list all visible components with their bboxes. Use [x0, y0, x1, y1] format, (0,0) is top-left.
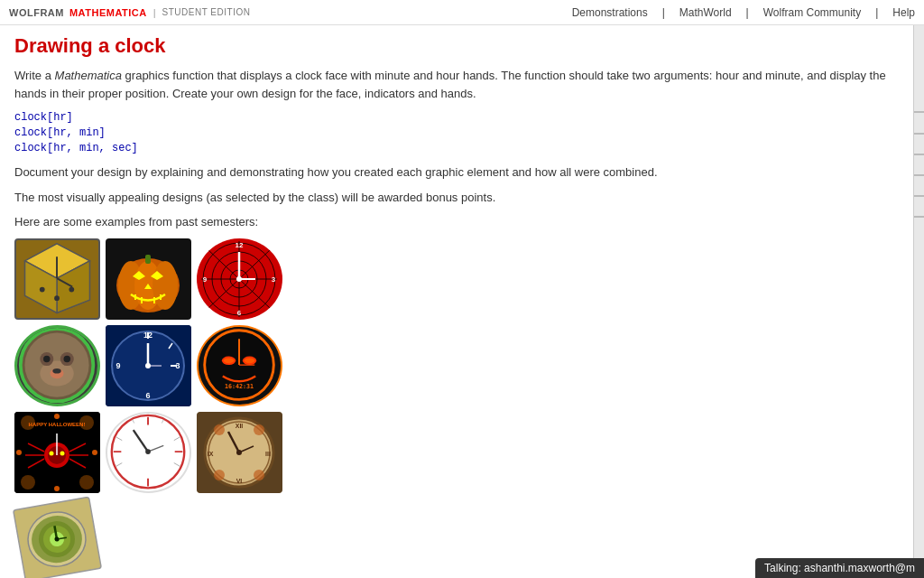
clock-blue: 12 3 6 9 — [106, 325, 191, 406]
svg-point-36 — [236, 276, 242, 282]
clock-demon: 16:42:31 — [197, 325, 282, 406]
brand-separator: | — [153, 7, 156, 18]
svg-point-112 — [214, 470, 225, 480]
svg-text:6: 6 — [237, 309, 242, 317]
svg-point-83 — [60, 451, 65, 455]
bonus-text: The most visually appealing designs (as … — [14, 189, 899, 207]
intro-text-after: graphics function that displays a clock … — [14, 69, 886, 100]
svg-point-116 — [236, 450, 242, 455]
main-container: Drawing a clock Write a Mathematica grap… — [0, 25, 924, 578]
svg-point-7 — [54, 296, 60, 302]
svg-point-45 — [52, 368, 60, 374]
svg-text:IX: IX — [208, 451, 214, 457]
svg-point-6 — [40, 287, 45, 293]
scrollbar-rail[interactable] — [913, 25, 924, 578]
clock-dog-svg — [17, 327, 97, 403]
scroll-mark-4 — [914, 174, 924, 176]
examples-label: Here are some examples from past semeste… — [14, 213, 899, 231]
svg-point-72 — [79, 475, 94, 489]
svg-text:16:42:31: 16:42:31 — [225, 383, 254, 390]
svg-point-63 — [224, 359, 234, 364]
scroll-mark-6 — [914, 216, 924, 218]
status-text: Talking: ashanthi.maxworth@m — [764, 562, 915, 574]
wolfram-label: WOLFRAM — [9, 7, 64, 18]
clock-vintage: XII III VI IX — [197, 412, 282, 493]
scroll-mark-5 — [914, 195, 924, 197]
clock-spider-svg: 12 3 6 9 — [197, 238, 282, 320]
clock-white-svg — [107, 413, 189, 490]
svg-point-102 — [145, 450, 151, 455]
clock-halloween-svg: HAPPY HALLOWEEN! — [14, 412, 100, 493]
clock-vintage-svg: XII III VI IX — [197, 412, 282, 493]
svg-text:9: 9 — [203, 275, 208, 284]
svg-text:VI: VI — [236, 478, 243, 484]
svg-text:3: 3 — [272, 275, 276, 284]
svg-point-86 — [92, 450, 97, 455]
svg-point-85 — [16, 450, 22, 455]
svg-point-71 — [21, 475, 35, 489]
clock-pumpkin — [106, 238, 191, 320]
clock-green-svg — [8, 491, 106, 578]
svg-text:9: 9 — [116, 361, 120, 370]
clock-dice — [14, 238, 100, 320]
svg-point-113 — [254, 470, 264, 480]
intro-text-before: Write a — [14, 69, 55, 82]
svg-text:12: 12 — [236, 241, 244, 249]
svg-point-12 — [152, 261, 178, 310]
svg-point-87 — [54, 414, 60, 419]
nav-pipe3: | — [875, 6, 878, 19]
svg-point-111 — [254, 424, 264, 435]
clock-blue-svg: 12 3 6 9 — [106, 325, 191, 406]
nav-help[interactable]: Help — [892, 6, 915, 19]
scroll-mark-1 — [914, 111, 924, 113]
svg-point-82 — [50, 451, 54, 455]
topbar-branding: WOLFRAM MATHEMATICA | STUDENT EDITION — [9, 7, 250, 18]
code-line-2[interactable]: clock[hr, min] — [14, 126, 899, 139]
mathematica-label: MATHEMATICA — [69, 7, 147, 18]
svg-point-42 — [43, 356, 50, 362]
svg-point-88 — [54, 486, 60, 491]
intro-paragraph: Write a Mathematica graphics function th… — [14, 67, 899, 102]
clock-green-container — [14, 499, 100, 579]
clock-halloween: HAPPY HALLOWEEN! — [14, 412, 100, 493]
page-title: Drawing a clock — [14, 34, 899, 58]
svg-text:III: III — [265, 451, 271, 457]
nav-pipe2: | — [746, 6, 749, 19]
nav-pipe1: | — [662, 6, 665, 19]
clock-dice-svg — [16, 239, 98, 317]
scroll-mark-3 — [914, 154, 924, 155]
code-line-1[interactable]: clock[hr] — [14, 111, 899, 124]
nav-community[interactable]: Wolfram Community — [763, 6, 861, 19]
svg-text:XII: XII — [236, 423, 244, 429]
svg-point-110 — [214, 424, 225, 435]
edition-label: STUDENT EDITION — [162, 7, 251, 17]
svg-point-8 — [69, 287, 74, 293]
clock-spider: 12 3 6 9 — [197, 238, 282, 320]
intro-italic: Mathematica — [55, 69, 122, 82]
topbar-nav: Demonstrations | MathWorld | Wolfram Com… — [572, 6, 915, 19]
clock-dog — [14, 325, 100, 406]
svg-text:6: 6 — [145, 391, 150, 400]
svg-point-64 — [245, 359, 254, 364]
content-area[interactable]: Drawing a clock Write a Mathematica grap… — [0, 25, 913, 578]
svg-point-43 — [64, 356, 70, 362]
statusbar: Talking: ashanthi.maxworth@m — [755, 558, 924, 578]
clock-pumpkin-svg — [106, 238, 191, 320]
clock-demon-svg: 16:42:31 — [199, 326, 281, 404]
svg-rect-13 — [145, 255, 151, 264]
svg-text:HAPPY HALLOWEEN!: HAPPY HALLOWEEN! — [29, 422, 86, 427]
document-text: Document your design by explaining and d… — [14, 163, 899, 182]
clock-white — [106, 412, 191, 493]
code-line-3[interactable]: clock[hr, min, sec] — [14, 142, 899, 154]
scroll-mark-2 — [914, 133, 924, 135]
clock-examples-grid: 12 3 6 9 — [14, 238, 899, 493]
nav-demonstrations[interactable]: Demonstrations — [572, 6, 648, 19]
nav-mathworld[interactable]: MathWorld — [679, 6, 732, 19]
svg-point-58 — [145, 363, 151, 368]
code-block: clock[hr] clock[hr, min] clock[hr, min, … — [14, 111, 899, 154]
topbar: WOLFRAM MATHEMATICA | STUDENT EDITION De… — [0, 0, 924, 25]
